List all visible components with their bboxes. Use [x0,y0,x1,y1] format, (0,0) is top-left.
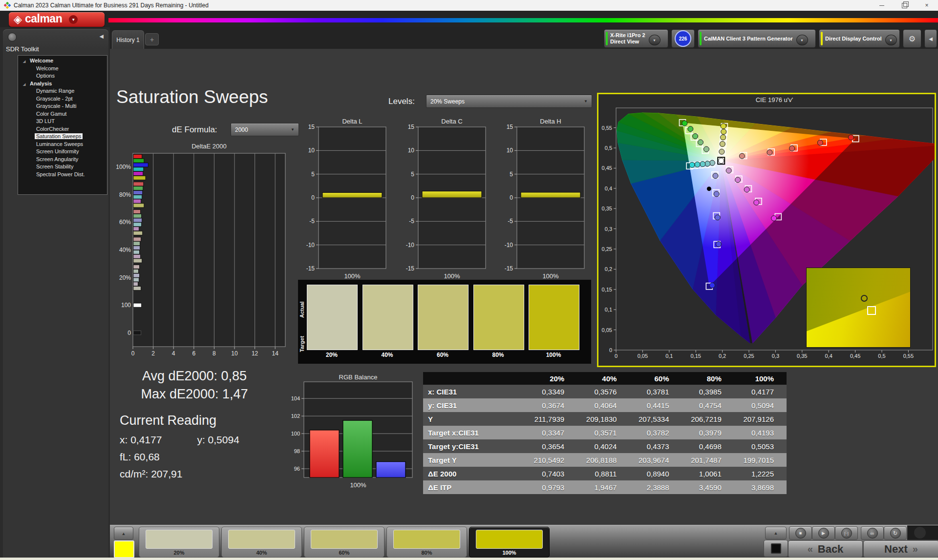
svg-text:0,25: 0,25 [744,353,754,359]
cell-value: 0,3979 [682,426,734,439]
svg-text:0,15: 0,15 [602,287,612,292]
play-button[interactable]: ▶ [812,526,835,540]
sidebar-item-screen-angularity[interactable]: Screen Angularity [18,156,107,164]
sidebar-item-color-gamut[interactable]: Color Gamut [18,110,107,118]
sidebar-item-spectral-power-dist-[interactable]: Spectral Power Dist. [18,171,107,179]
display-control-dropdown[interactable]: Direct Display Control ▼ [819,29,900,48]
meter-count-badge[interactable]: 226 [671,29,695,48]
cell-value: 0,3571 [577,426,629,439]
close-button[interactable]: × [916,0,938,11]
cell-value: 0,8940 [629,467,682,480]
pattern-generator-dropdown[interactable]: CalMAN Client 3 Pattern Generator ▼ [698,29,816,48]
svg-text:100: 100 [291,431,300,436]
sidebar: ◀ SDR Toolkit ◢WelcomeWelcomeOptions◢Ana… [0,27,110,560]
reading-fl: fL: 60,68 [120,451,239,463]
sidebar-item-colorchecker[interactable]: ColorChecker [18,125,107,133]
sidebar-item-luminance-sweeps[interactable]: Luminance Sweeps [18,141,107,148]
next-button[interactable]: Next » [863,540,938,558]
table-row: Target x:CIE310,33470,35710,37820,39790,… [423,426,787,439]
svg-text:5: 5 [311,171,315,178]
current-reading-title: Current Reading [120,413,239,428]
sidebar-item-grayscale-multi[interactable]: Grayscale - Multi [18,103,107,110]
sidebar-item-screen-stability[interactable]: Screen Stability [18,163,107,171]
workflow-title: SDR Toolkit [6,45,39,53]
continuous-button[interactable]: ∞ [861,526,884,540]
swatch-60% [418,285,469,350]
tab-history1[interactable]: History 1 [112,30,144,49]
sidebar-item-screen-uniformity[interactable]: Screen Uniformity [18,148,107,156]
stop-button[interactable]: ■ [789,526,812,540]
sidebar-item-3d-lut[interactable]: 3D LUT [18,118,107,125]
sidebar-item-welcome[interactable]: Welcome [18,65,107,73]
minimize-icon [879,5,884,6]
de-formula-select[interactable]: 2000 ▼ [231,123,299,136]
pattern-chip [393,530,460,549]
record-circle-icon [914,527,926,539]
pattern-button-80%[interactable]: 80% [386,527,467,558]
levels-value: 20% Sweeps [430,98,465,105]
cell-value: 0,3654 [525,439,577,453]
levels-select[interactable]: 20% Sweeps ▼ [426,95,592,108]
meter-dropdown[interactable]: X-Rite i1Pro 2Direct View ▼ [604,29,668,48]
step-button[interactable]: [··] [835,526,858,540]
svg-text:0,2: 0,2 [605,266,612,272]
table-row: y: CIE310,36740,40640,44150,47540,5094 [423,398,787,412]
cell-value: 1,0061 [682,467,734,480]
pattern-button-label: 80% [387,550,467,556]
sidebar-panel: ◀ SDR Toolkit ◢WelcomeWelcomeOptions◢Ana… [3,29,108,558]
target-label: Target [299,336,305,352]
pattern-generator-label: CalMAN Client 3 Pattern Generator [704,36,793,42]
measurement-table: 20%40%60%80%100%x: CIE310,33490,35760,37… [423,372,787,494]
pattern-button-100%[interactable]: 100% [469,527,550,558]
svg-text:60%: 60% [119,219,131,226]
svg-text:4: 4 [172,350,175,357]
sidebar-item-options[interactable]: Options [18,72,107,80]
delta-c-chart: Delta C151050-5-10-15100% [399,118,491,282]
sidebar-collapse-icon[interactable]: ◀ [100,33,104,40]
pattern-window-button[interactable] [764,540,788,557]
cell-value: 1,9467 [577,480,629,494]
calman-menu-button[interactable]: ◈ calman ▼ [9,12,105,27]
settings-button[interactable]: ⚙ [903,29,921,48]
cell-value: 3,4590 [682,480,734,494]
sidebar-item-dynamic-range[interactable]: Dynamic Range [18,87,107,95]
svg-text:102: 102 [291,413,300,419]
restore-button[interactable] [893,0,916,11]
pattern-chip [311,530,378,549]
table-header-row: 20%40%60%80%100% [423,372,787,385]
svg-text:15: 15 [408,124,415,130]
minimize-button[interactable] [871,0,893,11]
pattern-button-20%[interactable]: 20% [139,527,219,558]
current-pattern-swatch[interactable] [114,540,134,558]
sidebar-item-grayscale-2pt[interactable]: Grayscale - 2pt [18,95,107,103]
window-title: Calman 2023 Calman Ultimate for Business… [14,2,209,9]
back-button[interactable]: « Back [788,540,863,558]
row-label: y: CIE31 [423,398,525,412]
pattern-button-40%[interactable]: 40% [221,527,302,558]
tab-history1-label: History 1 [116,37,139,43]
svg-text:10: 10 [408,147,415,154]
deltae2000-chart: DeltaE 200002468101214100%80%60%40%20%10… [111,142,289,365]
table-row: Target y:CIE310,36540,40240,43730,46980,… [423,439,787,453]
pattern-button-60%[interactable]: 60% [304,527,384,558]
svg-text:10: 10 [231,350,238,357]
tree-group-analysis[interactable]: ◢Analysis [18,80,107,88]
tree-group-welcome[interactable]: ◢Welcome [18,57,107,65]
panel-collapse-button[interactable]: ◀ [924,29,937,48]
add-tab-button[interactable]: + [145,33,159,45]
infinity-icon: ∞ [871,530,874,536]
controls-popup-button[interactable]: ▲ [765,527,787,539]
rgb-balance-chart: RGB Balance1041021009896100% [286,374,417,493]
sidebar-item-saturation-sweeps[interactable]: Saturation Sweeps [18,133,107,141]
col-header: 60% [629,372,682,385]
swatch-80% [473,285,524,350]
refresh-button[interactable]: ↻ [884,526,907,540]
cell-value: 206,7219 [682,412,734,426]
max-de2000: Max dE2000: 1,47 [121,385,268,403]
row-label: ΔE 2000 [423,467,525,480]
svg-text:5: 5 [510,171,513,178]
svg-text:0: 0 [609,347,612,353]
pattern-popup-button[interactable]: ▲ [114,527,133,540]
svg-text:0: 0 [131,350,135,357]
sidebar-pin-button[interactable] [8,33,17,41]
